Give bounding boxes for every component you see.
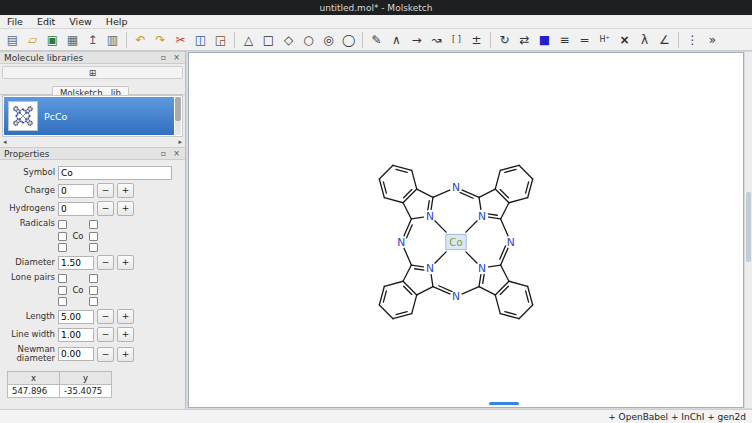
symbol-label: Symbol <box>5 168 55 177</box>
float-panel-icon[interactable]: ▫ <box>159 53 168 62</box>
coords-header: y <box>60 371 112 384</box>
chain-tool-icon[interactable]: ∧ <box>387 31 406 49</box>
position-checkbox[interactable] <box>89 297 98 306</box>
diameter-label: Diameter <box>5 258 55 267</box>
newman-decrement-button[interactable]: − <box>97 347 114 362</box>
float-panel-icon[interactable]: ▫ <box>159 149 168 158</box>
svg-text:N: N <box>478 210 486 223</box>
canvas-hscrollbar[interactable] <box>191 402 741 406</box>
curved-arrow-tool-icon[interactable]: ↝ <box>427 31 446 49</box>
length-decrement-button[interactable]: − <box>97 309 114 324</box>
position-checkbox[interactable] <box>89 286 98 295</box>
close-panel-icon[interactable]: × <box>172 53 181 62</box>
position-checkbox[interactable] <box>89 274 98 283</box>
menu-file[interactable]: File <box>0 15 30 28</box>
ring-benzene-icon[interactable]: ◎ <box>319 31 338 49</box>
draw-bond-icon[interactable]: ✎ <box>367 31 386 49</box>
scroll-right-icon[interactable]: ▸ <box>178 138 182 146</box>
hydrogens-input[interactable] <box>58 202 94 216</box>
ring-3-icon[interactable]: △ <box>239 31 258 49</box>
bracket-tool-icon[interactable]: [ ] <box>447 31 466 49</box>
window-titlebar[interactable]: untitled.mol* - Molsketch <box>0 0 752 15</box>
charge-decrement-button[interactable]: − <box>97 183 114 198</box>
copy-icon[interactable]: ◫ <box>191 31 210 49</box>
position-checkbox[interactable] <box>89 243 98 252</box>
drawing-canvas[interactable]: NNNNNNNNCo <box>188 52 744 408</box>
line-width-decrement-button[interactable]: − <box>97 327 114 342</box>
newman-diameter-label: Newman diameter <box>5 345 55 364</box>
arrow-tool-icon[interactable]: → <box>407 31 426 49</box>
charge-input[interactable] <box>58 184 94 198</box>
coords-cell[interactable]: 547.896 <box>8 384 60 397</box>
library-item-pcco[interactable]: PcCo <box>4 97 174 135</box>
ring-4-icon[interactable]: □ <box>259 31 278 49</box>
cut-icon[interactable]: ✂ <box>171 31 190 49</box>
open-library-button[interactable]: ⊞ <box>2 66 183 79</box>
scroll-left-icon[interactable]: ◂ <box>3 138 7 146</box>
redo-icon[interactable]: ↷ <box>151 31 170 49</box>
flip-tool-icon[interactable]: ⇄ <box>515 31 534 49</box>
toolbar-separator <box>126 32 127 48</box>
position-checkbox[interactable] <box>58 232 67 241</box>
diameter-input[interactable] <box>58 256 94 270</box>
position-checkbox[interactable] <box>89 220 98 229</box>
color-swatch-icon[interactable]: ■ <box>535 31 554 49</box>
lambda-tool-icon[interactable]: λ <box>635 31 654 49</box>
hydrogens-decrement-button[interactable]: − <box>97 201 114 216</box>
position-checkbox[interactable] <box>58 297 67 306</box>
print-icon[interactable]: ▥ <box>103 31 122 49</box>
undo-icon[interactable]: ↶ <box>131 31 150 49</box>
close-panel-icon[interactable]: × <box>172 149 181 158</box>
diameter-decrement-button[interactable]: − <box>97 255 114 270</box>
align-tool-icon[interactable]: ≡ <box>555 31 574 49</box>
coordinates-table: xy547.896-35.4075 <box>7 371 112 398</box>
window-vscrollbar[interactable] <box>745 52 752 408</box>
position-checkbox[interactable] <box>89 232 98 241</box>
symbol-input[interactable] <box>58 166 172 180</box>
charge-tool-icon[interactable]: ± <box>467 31 486 49</box>
newman-diameter-input[interactable] <box>58 347 94 361</box>
ring-large-icon[interactable]: ◯ <box>339 31 358 49</box>
menu-view[interactable]: View <box>62 15 99 28</box>
save-file-icon[interactable]: ▣ <box>43 31 62 49</box>
paste-icon[interactable]: ◲ <box>211 31 230 49</box>
charge-increment-button[interactable]: + <box>117 183 134 198</box>
menu-help[interactable]: Help <box>99 15 135 28</box>
lone-pairs-grid: Co <box>58 273 98 306</box>
angle-tool-icon[interactable]: ∠ <box>655 31 674 49</box>
new-file-icon[interactable]: ▤ <box>3 31 22 49</box>
library-scrollbar-thumb[interactable] <box>175 97 181 121</box>
position-checkbox[interactable] <box>58 243 67 252</box>
diameter-increment-button[interactable]: + <box>117 255 134 270</box>
position-checkbox[interactable] <box>58 286 67 295</box>
hydrogens-increment-button[interactable]: + <box>117 201 134 216</box>
export-file-icon[interactable]: ↥ <box>83 31 102 49</box>
canvas-hscrollbar-thumb[interactable] <box>489 402 519 405</box>
save-as-file-icon[interactable]: ▦ <box>63 31 82 49</box>
lone-pairs-label: Lone pairs <box>5 273 55 282</box>
position-checkbox[interactable] <box>58 274 67 283</box>
newman-increment-button[interactable]: + <box>117 347 134 362</box>
menu-edit[interactable]: Edit <box>30 15 62 28</box>
ring-5-icon[interactable]: ◇ <box>279 31 298 49</box>
delete-tool-icon[interactable]: × <box>615 31 634 49</box>
hydrogen-tool-icon[interactable]: H⁺ <box>595 31 614 49</box>
overflow-menu-icon[interactable]: » <box>703 31 722 49</box>
rotate-tool-icon[interactable]: ↻ <box>495 31 514 49</box>
list-tool-icon[interactable]: ⋮ <box>683 31 702 49</box>
window-vscrollbar-thumb[interactable] <box>746 192 751 262</box>
library-scrollbar[interactable] <box>175 97 181 135</box>
bond-order-tool-icon[interactable]: = <box>575 31 594 49</box>
coords-cell[interactable]: -35.4075 <box>60 384 112 397</box>
properties-form: Symbol Charge − + Hydrogens − + Radicals… <box>0 160 185 401</box>
charge-label: Charge <box>5 186 55 195</box>
molecule-drawing[interactable]: NNNNNNNNCo <box>344 130 568 354</box>
line-width-input[interactable] <box>58 328 94 342</box>
open-file-icon[interactable]: ▱ <box>23 31 42 49</box>
line-width-increment-button[interactable]: + <box>117 327 134 342</box>
svg-text:N: N <box>452 181 460 194</box>
length-input[interactable] <box>58 310 94 324</box>
length-increment-button[interactable]: + <box>117 309 134 324</box>
position-checkbox[interactable] <box>58 220 67 229</box>
ring-6-icon[interactable]: ○ <box>299 31 318 49</box>
